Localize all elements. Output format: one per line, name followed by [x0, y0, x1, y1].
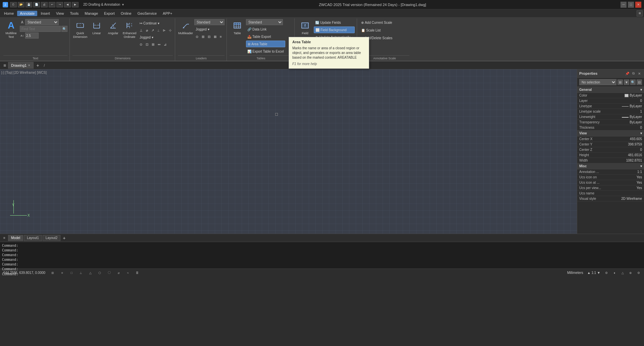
- leader-btn2[interactable]: ⊞: [200, 33, 206, 40]
- menu-geoservice[interactable]: GeoService: [135, 11, 159, 16]
- menu-home[interactable]: Home: [1, 11, 16, 16]
- data-link-button[interactable]: 🔗 Data Link: [246, 26, 285, 33]
- find-text-search-button[interactable]: 🔍: [61, 26, 67, 32]
- polar-btn[interactable]: △: [87, 270, 94, 276]
- open-button[interactable]: 📂: [18, 2, 24, 7]
- scale-label[interactable]: ▲ 1:1 ▼: [586, 271, 602, 275]
- layout-tab-layout2[interactable]: Layout2: [43, 235, 61, 241]
- doc-tab-drawing1[interactable]: Drawing1 ✕: [8, 62, 34, 69]
- find-text-box[interactable]: [20, 26, 61, 32]
- properties-view-header[interactable]: View ▾: [577, 130, 644, 136]
- close-button[interactable]: ✕: [635, 2, 641, 8]
- enhanced-ordinate-button[interactable]: Y X EnhancedOrdinate: [122, 19, 137, 40]
- menu-manage[interactable]: Manage: [82, 11, 101, 16]
- table-export-button[interactable]: 📤 Table Export: [246, 33, 285, 40]
- dim-btn4[interactable]: ⟂: [156, 27, 161, 34]
- update-fields-button[interactable]: 🔄 Update Fields: [314, 19, 355, 26]
- status-settings-btn[interactable]: ⚙: [603, 270, 610, 276]
- layout-tab-menu-button[interactable]: ≡: [1, 235, 7, 241]
- status-gear-btn[interactable]: ⚙: [635, 270, 642, 276]
- menu-online[interactable]: Online: [118, 11, 134, 16]
- menu-view[interactable]: View: [53, 11, 67, 16]
- menu-tools[interactable]: Tools: [67, 11, 82, 16]
- dim-btn3[interactable]: ↗: [150, 27, 155, 34]
- dim-btn1[interactable]: ⊥: [138, 27, 144, 34]
- text-size-input[interactable]: [25, 33, 39, 39]
- leader-btn4[interactable]: ⊠: [212, 33, 218, 40]
- lineweight-btn[interactable]: ≈: [125, 270, 131, 276]
- doc-tab-close-button[interactable]: ✕: [28, 64, 31, 67]
- model-space-btn[interactable]: ⊞: [49, 270, 56, 276]
- dim-btn9[interactable]: ⊞: [150, 41, 156, 48]
- jogged-button[interactable]: Jogged ▾: [138, 34, 155, 41]
- layout-tab-add-button[interactable]: +: [61, 235, 67, 241]
- redo-button[interactable]: ↪: [56, 2, 63, 7]
- scale-list-button[interactable]: 📋 Scale List: [360, 27, 394, 34]
- dim-btn10[interactable]: ↭: [156, 41, 162, 48]
- field-background-button[interactable]: ⬜ Field Background: [314, 26, 355, 33]
- dim-btn6[interactable]: ⊹: [167, 27, 173, 34]
- minimize-button[interactable]: ─: [621, 2, 627, 8]
- jogged-leader-button[interactable]: Jogged ▾: [194, 26, 225, 33]
- otrack-btn[interactable]: ⬡: [96, 270, 103, 276]
- dim-btn7[interactable]: ⊙: [138, 41, 144, 48]
- properties-misc-header[interactable]: Misc ▾: [577, 163, 644, 169]
- menu-export[interactable]: Export: [101, 11, 117, 16]
- transparency-btn[interactable]: ≣: [134, 270, 141, 276]
- new-button[interactable]: 🗋: [10, 2, 17, 7]
- coordinates-display[interactable]: 644.2586, 639.8017, 0.0000: [2, 271, 47, 275]
- status-triangle-btn[interactable]: △: [619, 270, 626, 276]
- layout-tab-layout1[interactable]: Layout1: [24, 235, 42, 241]
- dim-btn11[interactable]: ⊿: [162, 41, 168, 48]
- doc-tab-add-button[interactable]: +: [34, 62, 41, 69]
- canvas-area[interactable]: [-] [Top] [2D Wireframe] [WCS] X Y: [0, 69, 577, 234]
- status-plus-btn[interactable]: ⊕: [627, 270, 634, 276]
- properties-pin-button[interactable]: 📌: [625, 71, 630, 76]
- leader-btn5[interactable]: ≡: [218, 33, 223, 40]
- properties-select-all-button[interactable]: ⊞: [617, 79, 623, 85]
- find-text-input[interactable]: [20, 27, 60, 31]
- workspace-selector[interactable]: 2D Drafting & Annotation ▼: [83, 3, 125, 6]
- linear-button[interactable]: ↔ Linear: [89, 19, 104, 39]
- undo-button[interactable]: ↩: [49, 2, 55, 7]
- save-button[interactable]: 💾: [26, 2, 32, 7]
- tables-style-dropdown[interactable]: Standard: [246, 19, 283, 25]
- grid-btn[interactable]: ≡: [59, 270, 65, 276]
- properties-filter-button[interactable]: ▼: [624, 79, 629, 85]
- menu-app[interactable]: APP+: [160, 11, 175, 16]
- properties-float-button[interactable]: ⧉: [631, 71, 636, 76]
- app-menu-icon[interactable]: ⊞: [637, 10, 643, 16]
- osnap-btn[interactable]: 〇: [106, 270, 112, 276]
- doc-tab-menu-button[interactable]: ≡: [1, 62, 8, 69]
- menu-insert[interactable]: Insert: [38, 11, 53, 16]
- add-current-scale-button[interactable]: ⊕ Add Current Scale: [360, 19, 394, 26]
- back-button[interactable]: ◀: [64, 2, 71, 7]
- text-style-dropdown[interactable]: Standard: [25, 19, 59, 25]
- maximize-button[interactable]: □: [628, 2, 634, 8]
- saveas-button[interactable]: 📄: [33, 2, 40, 7]
- dim-btn5[interactable]: ⊳: [161, 27, 167, 34]
- dynamic-input-btn[interactable]: ⌀: [115, 270, 122, 276]
- properties-general-header[interactable]: General ▾: [577, 87, 644, 93]
- layout-tab-model[interactable]: Model: [8, 235, 23, 241]
- continue-button[interactable]: ↦ Continue ▾: [138, 20, 173, 26]
- leader-btn1[interactable]: ⊙: [194, 33, 200, 40]
- export-table-excel-button[interactable]: 📊 Export Table to Excel: [246, 48, 285, 55]
- area-table-button[interactable]: ⊞ Area Table: [246, 41, 285, 47]
- leader-btn3[interactable]: ⊟: [206, 33, 212, 40]
- units-label[interactable]: Millimeters: [566, 271, 585, 275]
- print-button[interactable]: 🖨: [41, 2, 48, 7]
- forward-button[interactable]: ▶: [72, 2, 79, 7]
- dim-btn8[interactable]: ⊡: [144, 41, 150, 48]
- properties-toggle-button[interactable]: ⊟: [637, 79, 642, 85]
- leaders-style-dropdown[interactable]: Standard: [194, 19, 225, 25]
- multileader-button[interactable]: Multileader: [178, 19, 193, 39]
- table-button[interactable]: Table: [230, 19, 245, 39]
- properties-selection-dropdown[interactable]: No selection: [579, 79, 616, 85]
- dim-btn2[interactable]: ⌀: [145, 27, 149, 34]
- properties-search-button[interactable]: 🔍: [630, 79, 636, 85]
- angular-button[interactable]: Angular: [105, 19, 121, 39]
- menu-annotate[interactable]: Annotate: [17, 11, 37, 16]
- properties-close-button[interactable]: ✕: [637, 71, 642, 76]
- ortho-btn[interactable]: ⊥: [78, 270, 84, 276]
